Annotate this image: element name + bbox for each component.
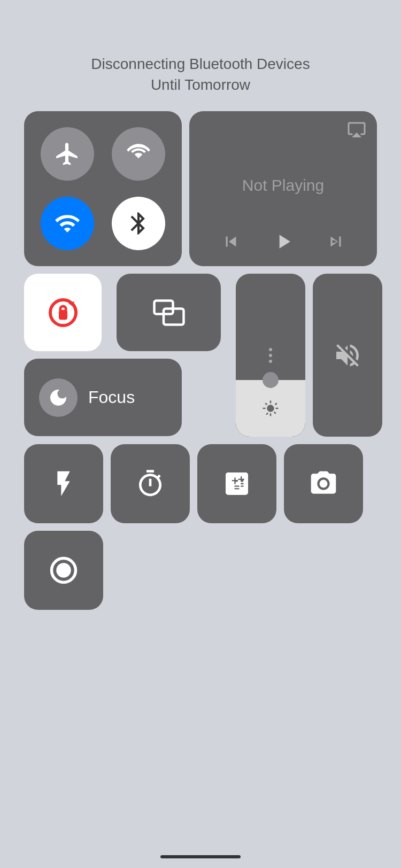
row-1: Not Playing — [24, 111, 377, 266]
control-center: Not Playing — [24, 111, 377, 610]
svg-rect-2 — [60, 306, 66, 312]
connectivity-tile — [24, 111, 182, 266]
now-playing-tile[interactable]: Not Playing — [189, 111, 377, 266]
camera-button[interactable] — [284, 444, 363, 523]
cellular-button[interactable] — [112, 127, 165, 181]
bluetooth-button[interactable] — [112, 197, 165, 250]
now-playing-status: Not Playing — [242, 141, 324, 230]
notification-banner: Disconnecting Bluetooth Devices Until To… — [59, 53, 342, 95]
screen-mirror-button[interactable] — [117, 274, 221, 351]
brightness-fill — [236, 380, 305, 437]
focus-button[interactable]: Focus — [24, 359, 182, 436]
play-button[interactable] — [272, 230, 295, 253]
rewind-button[interactable] — [221, 231, 241, 252]
screen-record-button[interactable] — [24, 531, 103, 610]
focus-moon-icon — [39, 378, 78, 417]
svg-point-5 — [320, 480, 328, 488]
wifi-button[interactable] — [41, 197, 94, 250]
timer-button[interactable] — [111, 444, 190, 523]
volume-slider[interactable] — [313, 274, 382, 437]
focus-label: Focus — [88, 387, 135, 407]
row-2: Focus — [24, 274, 377, 437]
flashlight-button[interactable] — [24, 444, 103, 523]
home-indicator — [160, 855, 241, 858]
row2-top-pair — [24, 274, 221, 351]
now-playing-controls — [200, 230, 366, 253]
row2-left-col: Focus — [24, 274, 221, 436]
notification-line2: Until Tomorrow — [151, 76, 250, 93]
svg-point-7 — [56, 563, 71, 578]
row-4 — [24, 531, 377, 610]
fast-forward-button[interactable] — [326, 231, 346, 252]
now-playing-top — [200, 120, 366, 141]
brightness-dots — [269, 348, 272, 363]
lock-rotation-button[interactable] — [24, 274, 102, 351]
airplay-icon[interactable] — [347, 120, 366, 141]
brightness-slider[interactable] — [236, 274, 305, 437]
row2-sliders — [236, 274, 382, 437]
airplane-mode-button[interactable] — [41, 127, 94, 181]
calculator-button[interactable] — [197, 444, 276, 523]
row-3 — [24, 444, 377, 523]
notification-line1: Disconnecting Bluetooth Devices — [91, 56, 310, 72]
brightness-knob — [263, 372, 279, 388]
